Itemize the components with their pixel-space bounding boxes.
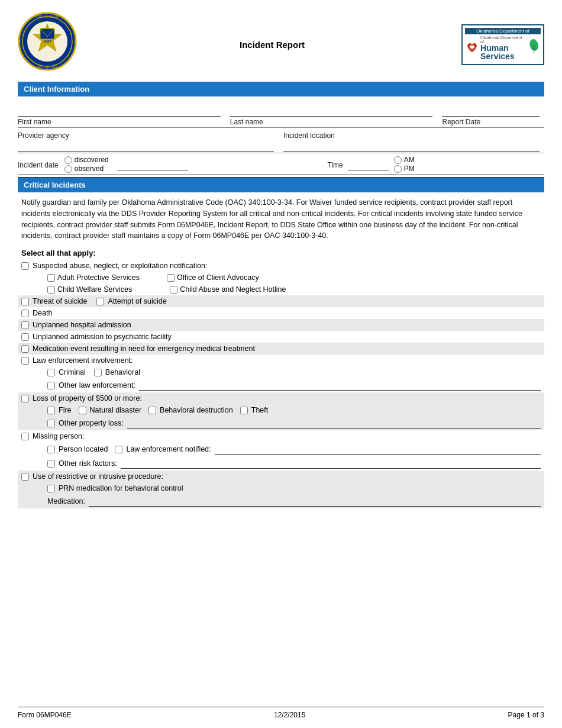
suicide-row: Threat of suicide Attempt of suicide <box>18 295 544 307</box>
first-name-field: First name <box>18 105 225 126</box>
other-property-label: Other property loss: <box>59 419 124 427</box>
abuse-label: Suspected abuse, neglect, or exploitatio… <box>33 262 207 270</box>
first-name-input[interactable] <box>18 105 221 117</box>
medication-event-checkbox[interactable] <box>21 345 29 353</box>
first-name-label: First name <box>18 118 221 126</box>
other-property-input[interactable] <box>127 418 541 429</box>
branch-icon <box>529 39 540 57</box>
loss-property-checkbox[interactable] <box>21 395 29 402</box>
observed-radio[interactable] <box>64 165 72 173</box>
last-name-input[interactable] <box>230 105 433 117</box>
provider-agency-input[interactable] <box>18 140 274 152</box>
am-option: AM <box>394 156 415 164</box>
canh-checkbox[interactable] <box>170 286 177 294</box>
critical-incidents-desc: Notify guardian and family per Oklahoma … <box>18 192 544 246</box>
checklist: Suspected abuse, neglect, or exploitatio… <box>18 259 544 510</box>
pm-radio[interactable] <box>394 165 402 173</box>
time-input[interactable] <box>348 159 389 170</box>
other-risk-checkbox[interactable] <box>47 460 55 468</box>
other-risk-input[interactable] <box>121 458 541 469</box>
attempt-suicide-checkbox[interactable] <box>96 298 104 305</box>
discovered-option: discovered <box>64 156 109 164</box>
observed-option: observed <box>64 165 109 173</box>
report-date-input[interactable] <box>442 105 540 117</box>
cws-canh-row: Child Welfare Services Child Abuse and N… <box>18 284 544 295</box>
person-located-row: Person located Law enforcement notified: <box>18 442 544 456</box>
unplanned-hospital-checkbox[interactable] <box>21 321 29 329</box>
footer: Form 06MP046E 12/2/2015 Page 1 of 3 <box>18 707 544 719</box>
cws-label: Child Welfare Services <box>57 285 132 294</box>
svg-point-7 <box>47 13 49 15</box>
ods-middle: Oklahoma Department of Human Services <box>465 34 541 62</box>
pm-label: PM <box>404 165 415 173</box>
medication-label: Medication: <box>47 497 85 505</box>
report-date-field: Report Date <box>437 105 544 126</box>
cws-item: Child Welfare Services <box>47 285 132 294</box>
behavioral-destruction-checkbox[interactable] <box>148 407 156 414</box>
suicide-checkbox[interactable] <box>21 298 29 305</box>
law-enforcement-checkbox[interactable] <box>21 357 29 365</box>
pm-option: PM <box>394 165 415 173</box>
heart-icon <box>466 40 478 56</box>
law-enforcement-row: Law enforcement involvement: <box>18 355 544 366</box>
other-property-row: Other property loss: <box>18 416 544 430</box>
fire-row: Fire Natural disaster Behavioral destruc… <box>18 404 544 416</box>
abuse-row: Suspected abuse, neglect, or exploitatio… <box>18 260 544 272</box>
abuse-checkbox[interactable] <box>21 262 29 270</box>
medication-input[interactable] <box>89 496 541 507</box>
incident-date-radios: discovered observed <box>64 156 109 173</box>
criminal-checkbox[interactable] <box>47 369 55 376</box>
last-name-field: Last name <box>225 105 438 126</box>
document-title: Incident Report <box>240 40 305 50</box>
medication-event-row: Medication event resulting in need for e… <box>18 343 544 355</box>
person-located-checkbox[interactable] <box>47 446 55 453</box>
aps-item: Adult Protective Services <box>47 273 140 282</box>
natural-disaster-checkbox[interactable] <box>79 407 86 414</box>
footer-page: Page 1 of 3 <box>508 711 544 719</box>
restrictive-checkbox[interactable] <box>21 473 29 481</box>
aps-checkbox[interactable] <box>47 274 55 282</box>
svg-rect-14 <box>471 48 473 49</box>
medication-row: Medication: <box>18 494 544 508</box>
fire-checkbox[interactable] <box>47 407 55 414</box>
natural-disaster-label: Natural disaster <box>90 406 142 414</box>
incident-location-input[interactable] <box>283 140 540 152</box>
cws-checkbox[interactable] <box>47 286 55 294</box>
missing-person-checkbox[interactable] <box>21 433 29 440</box>
suicide-label: Threat of suicide <box>33 297 87 305</box>
behavioral-checkbox[interactable] <box>94 369 102 376</box>
law-notified-checkbox[interactable] <box>115 446 122 453</box>
death-checkbox[interactable] <box>21 310 29 317</box>
svg-text:1907: 1907 <box>43 39 52 44</box>
critical-incidents-header: Critical Incidents <box>18 178 544 192</box>
oca-checkbox[interactable] <box>167 274 175 282</box>
report-date-label: Report Date <box>442 118 540 126</box>
incident-date-row: Incident date discovered observed Time <box>18 153 544 175</box>
incident-date-label: Incident date <box>18 161 59 169</box>
unplanned-psych-checkbox[interactable] <box>21 333 29 341</box>
page: THE STATE OF OKLAHOMA 1907 Incident Repo… <box>0 0 562 728</box>
select-all-label: Select all that apply: <box>18 246 544 259</box>
incident-location-label: Incident location <box>283 131 540 140</box>
other-risk-row: Other risk factors: <box>18 456 544 471</box>
ods-dept-text: Oklahoma Department of <box>480 36 527 44</box>
other-law-input[interactable] <box>139 380 541 391</box>
law-notified-input[interactable] <box>215 444 541 455</box>
last-name-label: Last name <box>230 118 433 126</box>
prn-medication-label: PRN medication for behavioral control <box>59 484 183 492</box>
aps-label: Adult Protective Services <box>57 273 140 282</box>
discovered-radio[interactable] <box>64 156 72 164</box>
am-radio[interactable] <box>394 156 402 164</box>
canh-label: Child Abuse and Neglect Hotline <box>180 285 286 294</box>
prn-medication-row: PRN medication for behavioral control <box>18 482 544 494</box>
discovered-label: discovered <box>75 156 109 164</box>
unplanned-hospital-label: Unplanned hospital admission <box>33 321 131 329</box>
header: THE STATE OF OKLAHOMA 1907 Incident Repo… <box>18 12 544 77</box>
incident-date-input[interactable] <box>117 159 188 170</box>
other-law-checkbox[interactable] <box>47 382 55 389</box>
oca-item: Office of Client Advocacy <box>167 273 259 282</box>
other-property-checkbox[interactable] <box>47 420 55 427</box>
prn-medication-checkbox[interactable] <box>47 485 55 492</box>
client-info-header: Client Information <box>18 82 544 96</box>
theft-checkbox[interactable] <box>240 407 248 414</box>
